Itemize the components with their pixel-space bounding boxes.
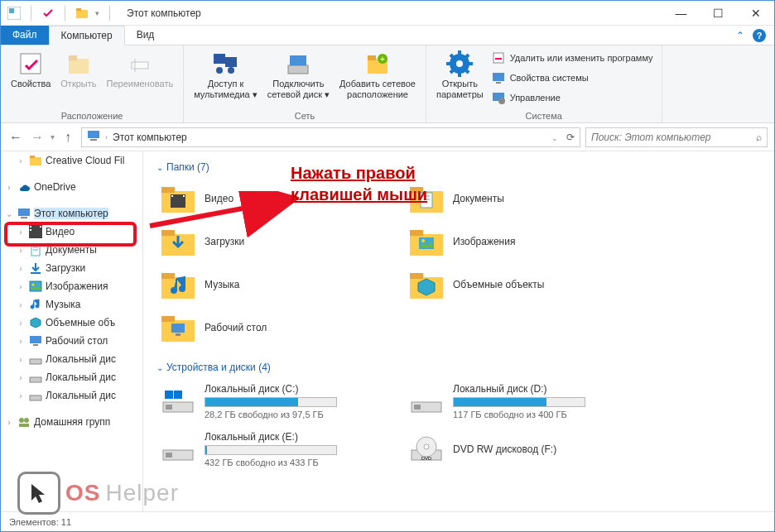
sidebar-item-documents[interactable]: ›Документы — [1, 241, 142, 259]
system-properties-button[interactable]: Свойства системы — [489, 69, 657, 87]
svg-rect-41 — [30, 229, 31, 231]
sidebar-item-local-disk[interactable]: ›Локальный дис — [1, 386, 142, 405]
sidebar-item-onedrive[interactable]: › OneDrive — [1, 178, 142, 196]
svg-rect-78 — [161, 316, 175, 322]
drive-e[interactable]: Локальный диск (E:) 432 ГБ свободно из 4… — [156, 428, 372, 471]
svg-point-11 — [216, 67, 223, 74]
minimize-button[interactable]: — — [662, 1, 700, 26]
svg-rect-49 — [30, 336, 41, 343]
folder-pictures[interactable]: Изображения — [405, 223, 620, 261]
folder-3d-objects-icon — [408, 269, 445, 300]
svg-text:DVD: DVD — [421, 456, 432, 461]
search-icon[interactable]: ⌕ — [756, 132, 762, 143]
up-button[interactable]: ↑ — [60, 129, 76, 146]
sidebar-item-downloads[interactable]: ›Загрузки — [1, 259, 142, 277]
svg-rect-37 — [18, 208, 30, 216]
svg-rect-58 — [161, 187, 175, 193]
sidebar-item-3d-objects[interactable]: ›Объемные объ — [1, 314, 142, 332]
folder-music[interactable]: Музыка — [156, 266, 372, 304]
uninstall-program-button[interactable]: Удалить или изменить программу — [489, 49, 657, 67]
tab-view[interactable]: Вид — [125, 26, 166, 45]
sidebar-item-local-disk[interactable]: ›Локальный дис — [1, 368, 142, 386]
pictures-icon — [29, 280, 42, 293]
app-icon — [7, 7, 21, 20]
back-button[interactable]: ← — [7, 129, 24, 146]
status-item-count: Элементов: 11 — [9, 517, 71, 527]
svg-rect-13 — [288, 65, 308, 74]
map-drive-button[interactable]: Подключитьсетевой диск ▾ — [262, 49, 335, 102]
svg-rect-60 — [171, 195, 173, 197]
folder-desktop[interactable]: Рабочий стол — [156, 309, 372, 347]
sidebar-item-desktop[interactable]: ›Рабочий стол — [1, 332, 142, 350]
svg-rect-79 — [171, 324, 185, 333]
qat-properties-icon[interactable] — [41, 7, 55, 20]
folder-documents-icon — [408, 183, 445, 214]
collapse-ribbon-icon[interactable]: ⌃ — [736, 30, 744, 41]
close-button[interactable]: ✕ — [737, 1, 774, 26]
section-drives[interactable]: ⌄Устройства и диски (4) — [156, 358, 761, 380]
qat-folder-icon[interactable] — [75, 7, 89, 20]
search-input[interactable] — [591, 132, 756, 143]
svg-point-72 — [421, 239, 425, 242]
refresh-icon[interactable]: ⟳ — [566, 132, 575, 143]
svg-rect-16 — [368, 55, 376, 60]
svg-point-48 — [32, 284, 35, 286]
folder-documents[interactable]: Документы — [405, 180, 620, 218]
manage-button[interactable]: Управление — [489, 89, 657, 107]
drive-c[interactable]: Локальный диск (C:) 28,2 ГБ свободно из … — [156, 380, 372, 423]
svg-rect-83 — [165, 391, 173, 399]
tab-computer[interactable]: Компьютер — [49, 26, 125, 46]
sidebar-item-homegroup[interactable]: ›Домашняя групп — [1, 413, 142, 431]
drive-icon — [160, 434, 196, 465]
maximize-button[interactable]: ☐ — [700, 1, 737, 26]
sidebar-item-music[interactable]: ›Музыка — [1, 295, 142, 314]
open-settings-button[interactable]: Открытьпараметры — [431, 49, 489, 102]
help-icon[interactable]: ? — [753, 29, 766, 42]
svg-rect-88 — [166, 453, 172, 458]
svg-rect-86 — [414, 405, 421, 410]
documents-icon — [29, 243, 42, 256]
sidebar-item-local-disk[interactable]: ›Локальный дис — [1, 350, 142, 368]
forward-button[interactable]: → — [29, 129, 46, 146]
add-network-location-button[interactable]: + Добавить сетевоерасположение — [335, 49, 421, 102]
svg-rect-84 — [174, 391, 182, 399]
this-pc-icon — [17, 207, 31, 220]
qat-dropdown-icon[interactable]: ▾ — [95, 9, 99, 17]
svg-rect-34 — [90, 139, 97, 141]
sidebar-item-this-pc[interactable]: ⌄ Этот компьютер — [1, 204, 142, 223]
svg-rect-36 — [30, 156, 35, 158]
svg-rect-63 — [410, 187, 423, 193]
sidebar-item-creative-cloud[interactable]: › Creative Cloud Fil — [1, 151, 142, 170]
drive-dvd[interactable]: DVD DVD RW дисковод (F:) — [405, 428, 620, 471]
address-path-box[interactable]: › Этот компьютер ⌄ ⟳ — [81, 127, 580, 147]
drive-icon — [160, 386, 196, 417]
folder-3d-objects[interactable]: Объемные объекты — [405, 266, 620, 304]
tab-file[interactable]: Файл — [1, 26, 49, 45]
svg-rect-50 — [33, 344, 38, 346]
svg-rect-3 — [76, 8, 81, 11]
homegroup-icon — [17, 415, 31, 429]
folder-videos[interactable]: Видео — [156, 180, 372, 218]
svg-rect-61 — [183, 195, 185, 197]
sidebar-item-videos[interactable]: ›Видео — [1, 223, 142, 241]
drive-icon — [29, 352, 42, 366]
properties-button[interactable]: Свойства — [6, 49, 55, 91]
section-folders[interactable]: ⌄Папки (7) — [156, 158, 761, 180]
history-dropdown-icon[interactable]: ▾ — [51, 132, 55, 141]
svg-rect-29 — [493, 73, 504, 81]
svg-point-32 — [498, 98, 505, 104]
svg-rect-38 — [21, 217, 27, 218]
folder-downloads[interactable]: Загрузки — [156, 223, 372, 261]
folder-downloads-icon — [160, 226, 196, 257]
svg-rect-14 — [290, 55, 306, 65]
drive-d[interactable]: Локальный диск (D:) 117 ГБ свободно из 4… — [405, 380, 620, 423]
media-access-button[interactable]: Доступ кмультимедиа ▾ — [189, 49, 262, 102]
breadcrumb[interactable]: Этот компьютер — [113, 132, 187, 143]
address-dropdown-icon[interactable]: ⌄ — [551, 134, 558, 142]
svg-point-12 — [228, 67, 234, 74]
svg-rect-5 — [69, 59, 89, 74]
svg-rect-35 — [30, 157, 41, 165]
sidebar-item-pictures[interactable]: ›Изображения — [1, 277, 142, 295]
svg-rect-64 — [421, 193, 432, 208]
rename-button: Переименовать — [102, 49, 179, 91]
